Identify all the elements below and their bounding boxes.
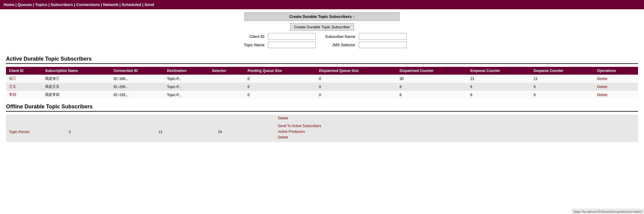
topic-name-row: Topic Name JMS Selector [237,41,407,48]
offline-partial-operations: Delete [275,115,638,122]
dispatched-counter-cell: 6 [397,91,467,99]
offline-topic-col3: 12 [155,122,215,142]
offline-partial-col2 [66,115,155,122]
active-section-heading: Active Durable Topic Subscribers [6,56,638,64]
client-id-input[interactable] [268,33,316,40]
nav-connections[interactable]: Connections [76,2,100,7]
send-to-active-subscribers-link[interactable]: Send To Active Subscribers [278,123,635,129]
client-id-label: Client ID [237,34,264,39]
client-id-cell[interactable]: 王五 [6,83,42,91]
offline-partial-col3 [155,115,215,122]
subscription-name-cell: 我是张三 [42,75,111,83]
selector-cell [209,75,245,83]
pending-queue-size-cell: 0 [245,75,316,83]
subscriber-name-label: Subscriber Name [319,34,355,39]
dequeue-counter-cell: 6 [531,83,594,91]
col-operations: Operations [594,67,638,75]
offline-subscribers-table: Delete Topic-Persist 3 12 24 Send To Act… [6,115,638,142]
table-row: 李四我是李四ID:-193...Topic-P...00666Delete [6,91,638,99]
topic-name-input[interactable] [268,41,316,48]
table-row: 王五我是王五ID:-209...Topic-P...00666Delete [6,83,638,91]
subscriber-name-input[interactable] [359,33,407,40]
active-section: Active Durable Topic Subscribers Client … [6,56,638,99]
create-button-row: Create Durable Topic Subscriber [290,23,354,31]
jms-selector-input[interactable] [359,41,407,48]
col-client-id: Client ID [6,67,42,75]
dispatched-queue-size-cell: 0 [316,83,397,91]
operations-cell[interactable]: Delete [594,83,638,91]
offline-partial-row: Delete [6,115,638,122]
col-pending-queue-size: Pending Queue Size [245,67,316,75]
dequeue-counter-cell: 6 [531,91,594,99]
client-id-cell[interactable]: 张三 [6,75,42,83]
dequeue-counter-cell: 21 [531,75,594,83]
offline-partial-delete-link[interactable]: Delete [278,116,288,120]
destination-cell: Topic-P... [164,91,209,99]
nav-send[interactable]: Send [145,2,154,7]
connection-id-cell: ID:-209... [111,83,164,91]
selector-cell [209,91,245,99]
operations-cell[interactable]: Delete [594,91,638,99]
offline-partial-col4 [215,115,275,122]
subscription-name-cell: 我是王五 [42,83,111,91]
create-section: Create Durable Topic Subscribers ↑ Creat… [6,12,638,50]
enqueue-counter-cell: 6 [467,91,531,99]
nav-network[interactable]: Network [103,2,118,7]
col-dispatched-counter: Dispatched Counter [397,67,467,75]
client-id-row: Client ID Subscriber Name [237,33,407,40]
col-subscription-name: Subscription Name [42,67,111,75]
col-destination: Destination [164,67,209,75]
enqueue-counter-cell: 6 [467,83,531,91]
pending-queue-size-cell: 0 [245,83,316,91]
active-table-body: 张三我是张三ID:-166...Topic-P...00302121Delete… [6,75,638,99]
nav-subscribers[interactable]: Subscribers [50,2,73,7]
destination-cell: Topic-P... [164,75,209,83]
active-subscribers-table: Client ID Subscription Name Connection I… [6,67,638,99]
col-dispatched-queue-size: Dispatched Queue Size [316,67,397,75]
pending-queue-size-cell: 0 [245,91,316,99]
col-connection-id: Connection ID [111,67,164,75]
offline-topic-delete-link[interactable]: Delete [278,135,635,140]
nav-topics[interactable]: Topics [35,2,47,7]
offline-section-heading: Offline Durable Topic Subscribers [6,104,638,112]
offline-section: Offline Durable Topic Subscribers Delete… [6,104,638,142]
table-row: 张三我是张三ID:-166...Topic-P...00302121Delete [6,75,638,83]
col-enqueue-counter: Enqueue Counter [467,67,531,75]
topic-name-label: Topic Name [237,43,264,47]
dispatched-queue-size-cell: 0 [316,75,397,83]
nav-queues[interactable]: Queues [18,2,32,7]
selector-cell [209,83,245,91]
create-box-title: Create Durable Topic Subscribers ↑ [244,12,400,21]
operations-cell[interactable]: Delete [594,75,638,83]
connection-id-cell: ID:-166... [111,75,164,83]
col-selector: Selector [209,67,245,75]
jms-selector-label: JMS Selector [319,43,355,47]
col-dequeue-counter: Dequeue Counter [531,67,594,75]
active-producers-link[interactable]: Active Producers [278,129,635,135]
table-header-row: Client ID Subscription Name Connection I… [6,67,638,75]
connection-id-cell: ID:-193... [111,91,164,99]
nav-home[interactable]: Home [4,2,14,7]
offline-partial-col1 [6,115,66,122]
client-id-cell[interactable]: 李四 [6,91,42,99]
nav-scheduled[interactable]: Scheduled [122,2,141,7]
offline-topic-col2: 3 [66,122,155,142]
offline-topic-row: Topic-Persist 3 12 24 Send To Active Sub… [6,122,638,142]
navbar: Home | Queues | Topics | Subscribers | C… [0,0,644,9]
dispatched-counter-cell: 30 [397,75,467,83]
offline-topic-actions: Send To Active Subscribers Active Produc… [275,122,638,142]
create-durable-topic-subscriber-button[interactable]: Create Durable Topic Subscriber [290,23,354,31]
subscription-name-cell: 我是李四 [42,91,111,99]
offline-topic-col4: 24 [215,122,275,142]
dispatched-queue-size-cell: 0 [316,91,397,99]
dispatched-counter-cell: 6 [397,83,467,91]
destination-cell: Topic-P... [164,83,209,91]
offline-topic-name[interactable]: Topic-Persist [6,122,66,142]
enqueue-counter-cell: 21 [467,75,531,83]
